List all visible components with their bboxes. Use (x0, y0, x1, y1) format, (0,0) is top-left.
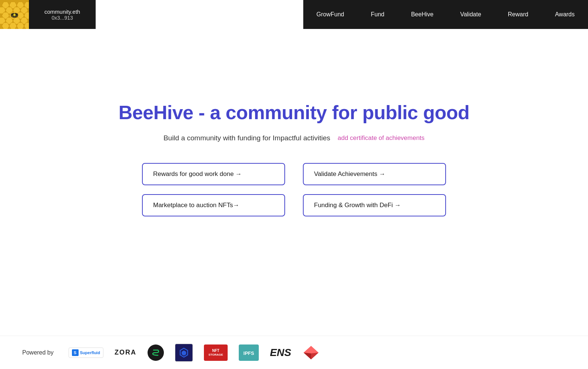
nft-storage-icon: NFT STORAGE (204, 344, 228, 361)
chainlink-svg (179, 347, 189, 358)
logo[interactable] (0, 0, 29, 29)
ens-label: ENS (270, 347, 291, 359)
svg-marker-34 (311, 353, 318, 359)
footer: Powered by S Superfluid ZORA (0, 336, 588, 369)
zora-label: ZORA (115, 349, 136, 356)
ipfs-svg: IPFS (241, 344, 257, 361)
superfluid-icon: S (72, 349, 79, 356)
logo-ens: ENS (270, 347, 291, 359)
footer-logos: S Superfluid ZORA (69, 344, 320, 362)
logo-nft-storage: NFT STORAGE (204, 344, 228, 361)
nav-link-beehive[interactable]: BeeHive (398, 0, 447, 29)
powered-by-label: Powered by (22, 349, 54, 356)
account-address: 0x3...913 (52, 15, 73, 21)
marketplace-button[interactable]: Marketplace to auction NFTs→ (142, 194, 285, 216)
nav-link-growfund[interactable]: GrowFund (303, 0, 358, 29)
account-name: community.eth (44, 9, 80, 15)
svg-marker-32 (304, 346, 318, 353)
hero-subtitle-row: Build a community with funding for Impac… (163, 134, 425, 142)
svg-marker-28 (182, 350, 186, 356)
add-certificate-link[interactable]: add certificate of achievements (338, 134, 425, 142)
logo-ipfs: IPFS (239, 344, 259, 361)
nav-account-button[interactable]: community.eth 0x3...913 (29, 0, 96, 29)
logo-gem (302, 345, 320, 360)
main-content: BeeHive - a community for public good Bu… (0, 29, 588, 281)
svg-marker-33 (304, 353, 311, 359)
action-grid: Rewards for good work done → Validate Ac… (142, 163, 446, 216)
nav-link-reward[interactable]: Reward (495, 0, 542, 29)
ipfs-icon: IPFS (239, 344, 259, 361)
svg-text:IPFS: IPFS (243, 350, 254, 356)
svg-point-24 (13, 14, 16, 16)
nav-link-validate[interactable]: Validate (447, 0, 495, 29)
chainlink-icon (175, 344, 193, 362)
nav-link-awards[interactable]: Awards (542, 0, 588, 29)
nav-link-fund[interactable]: Fund (357, 0, 397, 29)
logo-superfluid: S Superfluid (69, 347, 103, 358)
funding-button[interactable]: Funding & Growth with DeFi → (303, 194, 446, 216)
logo-icon (0, 0, 29, 29)
logo-sablier (148, 344, 164, 361)
rewards-button[interactable]: Rewards for good work done → (142, 163, 285, 185)
gem-svg (302, 345, 320, 360)
sablier-icon (148, 344, 164, 361)
hero-subtitle: Build a community with funding for Impac… (163, 134, 330, 142)
hero-title: BeeHive - a community for public good (119, 101, 470, 124)
superfluid-label: Superfluid (80, 350, 100, 355)
nav-links: GrowFund Fund BeeHive Validate Reward Aw… (303, 0, 588, 29)
logo-zora: ZORA (115, 349, 136, 356)
sablier-svg (151, 347, 161, 358)
logo-chainlink (175, 344, 193, 362)
navbar: community.eth 0x3...913 GrowFund Fund Be… (0, 0, 588, 29)
validate-button[interactable]: Validate Achievements → (303, 163, 446, 185)
